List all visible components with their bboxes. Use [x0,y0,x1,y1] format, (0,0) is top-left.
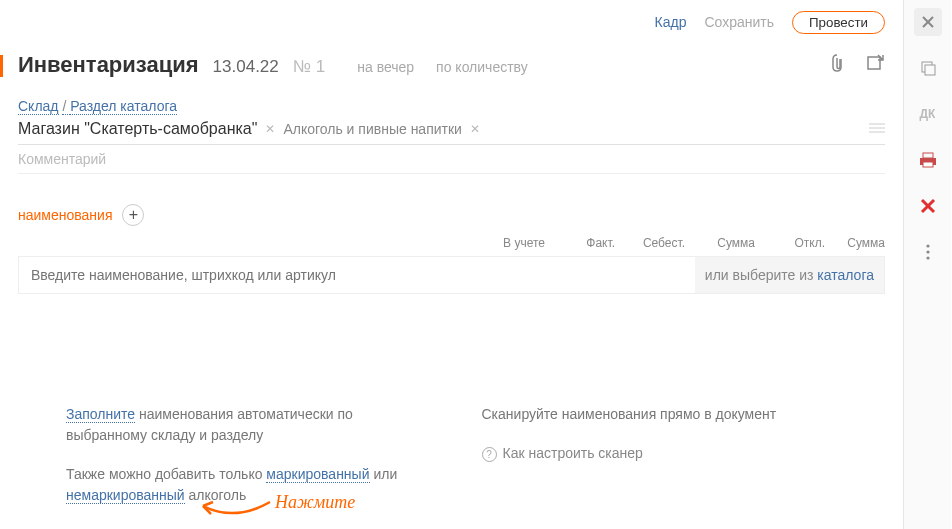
clear-category-icon[interactable]: ✕ [470,122,480,136]
store-name[interactable]: Магазин "Скатерть-самобранка" [18,120,257,138]
breadcrumb: Склад / Раздел каталога [18,98,885,114]
also-text: Также можно добавить только [66,466,266,482]
print-icon[interactable] [914,146,942,174]
frame-link[interactable]: Кадр [655,14,687,30]
export-icon[interactable] [865,53,885,73]
fill-link[interactable]: Заполните [66,406,135,423]
breadcrumb-section[interactable]: Раздел каталога [70,98,177,115]
header-icons [829,53,885,73]
close-icon[interactable] [914,8,942,36]
accent-bar [0,55,3,77]
attachment-icon[interactable] [829,53,845,73]
row-menu-icon[interactable] [869,121,885,137]
catalog-link[interactable]: каталога [817,267,874,283]
svg-rect-8 [923,153,933,158]
item-input[interactable] [19,257,695,293]
tab-names[interactable]: наименования [18,207,112,223]
clear-store-icon[interactable]: ✕ [265,122,275,136]
tabs-row: наименования + [18,204,885,226]
col-fact: Факт. [545,236,615,250]
svg-rect-0 [868,57,880,69]
howto-link[interactable]: Как настроить сканер [503,445,643,461]
unmarked-link[interactable]: немаркированный [66,487,185,504]
add-button[interactable]: + [122,204,144,226]
col-sum2: Сумма [825,236,885,250]
scan-text: Сканируйте наименования прямо в документ [482,404,838,425]
svg-point-14 [926,250,929,253]
help-icon: ? [482,447,497,462]
top-toolbar: Кадр Сохранить Провести [18,10,885,34]
copy-icon[interactable] [914,54,942,82]
svg-point-15 [926,256,929,259]
doc-date[interactable]: 13.04.22 [213,57,279,77]
page-title: Инвентаризация [18,52,199,78]
breadcrumb-warehouse[interactable]: Склад [18,98,59,115]
right-sidebar: ДК [903,0,951,529]
or-select-text: или выберите из каталога [695,267,884,283]
svg-rect-7 [925,65,935,75]
document-header: Инвентаризация 13.04.22 № 1 на вечер по … [18,52,885,78]
time-option[interactable]: на вечер [357,59,414,75]
marked-link[interactable]: маркированный [266,466,369,483]
hints-block: Заполните наименования автоматически по … [18,404,885,506]
dk-button[interactable]: ДК [914,100,942,128]
or-text: или [370,466,398,482]
annotation-arrow [195,494,275,524]
svg-point-13 [926,244,929,247]
col-dev: Откл. [755,236,825,250]
col-instock: В учете [475,236,545,250]
save-link[interactable]: Сохранить [704,14,774,30]
col-cost: Себест. [615,236,685,250]
item-input-row: или выберите из каталога [18,256,885,294]
column-headers: В учете Факт. Себест. Сумма Откл. Сумма [18,236,885,256]
delete-icon[interactable] [914,192,942,220]
category-name[interactable]: Алкоголь и пивные напитки [283,121,462,137]
col-sum: Сумма [685,236,755,250]
more-icon[interactable] [914,238,942,266]
store-row: Магазин "Скатерть-самобранка" ✕ Алкоголь… [18,120,885,145]
comment-field[interactable]: Комментарий [18,145,885,174]
qty-option[interactable]: по количеству [436,59,528,75]
process-button[interactable]: Провести [792,11,885,34]
doc-number[interactable]: № 1 [293,57,325,77]
svg-rect-10 [923,162,933,167]
annotation-text: Нажмите [275,492,355,513]
